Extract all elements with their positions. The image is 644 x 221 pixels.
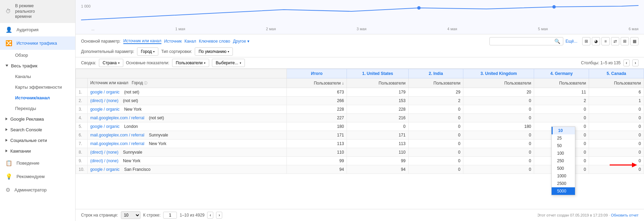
esche-link[interactable]: Ещё...: [565, 39, 577, 44]
param-link-source[interactable]: Источник: [164, 39, 182, 44]
city-value: (not set): [149, 115, 164, 120]
source-link[interactable]: mail.googleplex.com / referral: [90, 115, 144, 120]
main-content: 1 000 ... 1 мая 2 мая 3 мая 4 мая 5 мая …: [76, 0, 644, 221]
compare-icon[interactable]: ⇄: [611, 37, 619, 45]
source-link[interactable]: mail.googleplex.com / referral: [90, 133, 144, 137]
source-link[interactable]: (direct) / (none): [90, 98, 118, 103]
row-c5: 6: [589, 88, 644, 97]
dropdown-menu-item[interactable]: 2500: [552, 180, 575, 187]
row-total: 110: [286, 148, 347, 157]
collapse-icon2: [5, 128, 8, 131]
info-icon: ⓘ: [144, 81, 147, 85]
collapse-icon: [5, 118, 8, 120]
source-link[interactable]: (direct) / (none): [90, 150, 118, 155]
sidebar-group-campaigns[interactable]: Кампании: [0, 146, 75, 156]
th-source-channel[interactable]: [76, 69, 287, 78]
row-num: 1.: [76, 88, 88, 97]
dropdown-menu-item[interactable]: 10: [552, 127, 575, 134]
sidebar-item-admin[interactable]: ⚙ Администратор: [0, 183, 75, 197]
search-input[interactable]: [493, 39, 554, 44]
prev-page-btn[interactable]: ‹: [207, 212, 213, 219]
grid-icon[interactable]: ⊞: [582, 37, 590, 45]
source-link[interactable]: (direct) / (none): [90, 158, 118, 163]
users-arrow: ▾: [204, 62, 205, 65]
source-link[interactable]: google / organic: [90, 124, 120, 129]
sidebar-sub-transitions[interactable]: Переходы: [0, 103, 75, 114]
choose-dropdown[interactable]: Выберите... ▾: [212, 59, 245, 67]
row-c1: 228: [347, 105, 408, 114]
admin-icon: ⚙: [5, 187, 10, 193]
dropdown-menu-item[interactable]: 5000: [552, 187, 575, 195]
page-input[interactable]: [163, 212, 177, 219]
source-link[interactable]: google / organic: [90, 107, 120, 112]
sidebar-item-behavior[interactable]: 📋 Поведение: [0, 156, 75, 170]
row-total: 266: [286, 97, 347, 105]
th-source[interactable]: Источник или канал Город ⓘ: [87, 78, 286, 88]
secondary-row: Дополнительный параметр: Город ▾ Тип сор…: [81, 47, 639, 56]
city-header: Город ⓘ: [132, 80, 148, 85]
dropdown-menu-item[interactable]: 250: [552, 157, 575, 165]
chart2-icon[interactable]: ▦: [630, 37, 639, 45]
th-c2-users: Пользователи: [408, 78, 463, 88]
next-columns-btn[interactable]: ›: [632, 59, 639, 66]
dropdown-menu-item[interactable]: 500: [552, 165, 575, 172]
dropdown-menu-item[interactable]: 100: [552, 150, 575, 157]
param-link-keyword[interactable]: Ключевое слово: [199, 39, 230, 44]
sidebar-sub-source-channel[interactable]: Источник/канал: [0, 92, 75, 103]
sidebar-group-all-traffic[interactable]: Весь трафик: [0, 60, 75, 71]
row-source-city: (direct) / (none) Sunnyvale: [87, 148, 286, 157]
sidebar-group-google-ads[interactable]: Google Реклама: [0, 114, 75, 124]
admin-label: Администратор: [14, 187, 47, 192]
columns-label: Столбцы: 1–5 из 135: [581, 60, 621, 65]
sidebar-item-sources[interactable]: 🔀 Источники трафика: [0, 36, 75, 50]
th-col5-group: 5. Canada: [589, 69, 644, 78]
row-c3: 0: [463, 157, 534, 165]
sidebar-item-audience[interactable]: 👤 Аудитория: [0, 23, 75, 36]
update-report-link[interactable]: Обновить отчет: [611, 213, 639, 217]
th-total-users[interactable]: Пользователи ↓: [286, 78, 347, 88]
row-c2: 0: [408, 114, 463, 122]
sidebar-item-realtime[interactable]: ⏱ В режимереальноговремени: [0, 0, 75, 23]
search-box[interactable]: 🔍: [489, 37, 563, 45]
row-total: 180: [286, 122, 347, 131]
pivot-icon[interactable]: ⊞: [621, 37, 629, 45]
sidebar-group-search-console[interactable]: Search Console: [0, 124, 75, 135]
source-link[interactable]: mail.googleplex.com / referral: [90, 141, 144, 146]
city-dropdown[interactable]: Город ▾: [137, 47, 158, 56]
dropdown-menu-item[interactable]: 50: [552, 142, 575, 150]
row-c4: 11: [534, 88, 589, 97]
next-page-btn[interactable]: ›: [216, 212, 222, 219]
source-link[interactable]: google / organic: [90, 167, 120, 172]
dropdown-menu-item[interactable]: 25: [552, 134, 575, 142]
sidebar-sub-effectiveness[interactable]: Карты эффективности: [0, 82, 75, 92]
source-link[interactable]: google / organic: [90, 90, 120, 95]
chart-xaxis: ... 1 мая 2 мая 3 мая 4 мая 5 мая 6 мая: [81, 26, 639, 31]
sidebar-sub-channels[interactable]: Каналы: [0, 71, 75, 82]
th-col1-group: 1. United States: [347, 69, 408, 78]
pie-icon[interactable]: ◕: [592, 37, 600, 45]
x-label-0: ...: [91, 27, 94, 31]
prev-columns-btn[interactable]: ‹: [623, 59, 630, 66]
param-link-source-channel[interactable]: Источник или канал: [123, 38, 161, 44]
row-total: 673: [286, 88, 347, 97]
sidebar-group-social[interactable]: Социальные сети: [0, 135, 75, 146]
table-row: 2. (direct) / (none) (not set) 266 153 2…: [76, 97, 644, 105]
svg-point-1: [552, 5, 556, 9]
row-c2: 0: [408, 122, 463, 131]
country-dropdown[interactable]: Страна ▾: [99, 59, 123, 67]
sidebar-item-recommend[interactable]: 💡 Рекомендуем: [0, 170, 75, 183]
table-icon[interactable]: ≡: [601, 37, 610, 45]
sort-dropdown[interactable]: По умолчанию ▾: [195, 47, 233, 56]
dropdown-menu-item[interactable]: 1000: [552, 172, 575, 180]
rows-per-page-select[interactable]: 10 25 50 100 250 500 1000 2500 5000: [121, 211, 140, 219]
toolbar-icons: ⊞ ◕ ≡ ⇄ ⊞ ▦: [582, 37, 639, 45]
param-link-channel[interactable]: Канал: [184, 39, 196, 44]
users-dropdown[interactable]: Пользователи ▾: [172, 59, 209, 67]
behavior-label: Поведение: [16, 161, 39, 166]
param-link-other[interactable]: Другое ▾: [233, 39, 249, 44]
row-source-city: (direct) / (none) (not set): [87, 97, 286, 105]
row-c3: 0: [463, 97, 534, 105]
sidebar-sub-overview[interactable]: Обзор: [0, 50, 75, 60]
row-source-city: google / organic (not set): [87, 88, 286, 97]
row-c5: 0: [589, 157, 644, 165]
